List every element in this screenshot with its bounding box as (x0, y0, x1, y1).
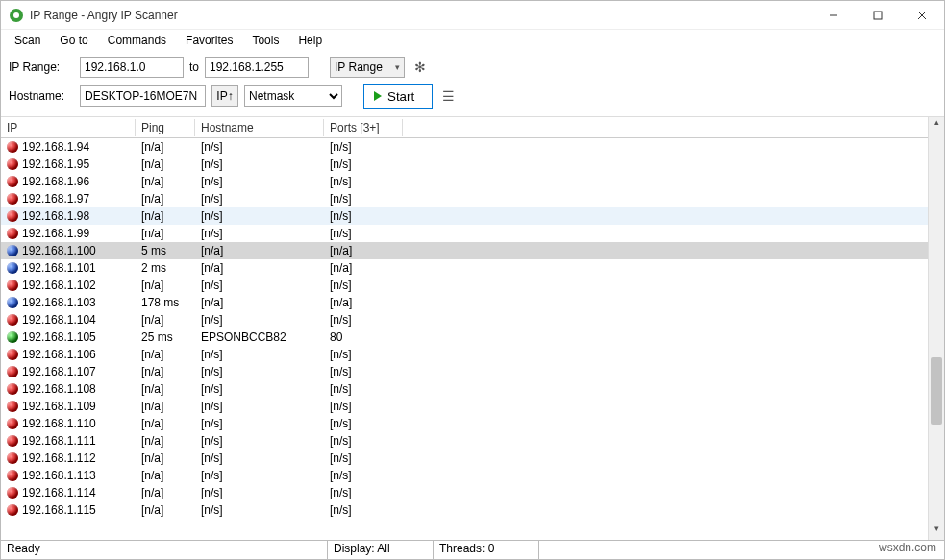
menu-goto[interactable]: Go to (52, 32, 95, 49)
status-dot-icon (7, 470, 18, 481)
maximize-button[interactable] (856, 1, 900, 30)
table-row[interactable]: 192.168.1.97[n/a][n/s][n/s] (1, 190, 928, 207)
gear-icon[interactable]: ✻ (410, 60, 430, 75)
minimize-button[interactable] (811, 1, 856, 30)
cell-hostname: [n/s] (195, 278, 324, 293)
cell-hostname: [n/s] (195, 416, 324, 431)
table-row[interactable]: 192.168.1.112[n/a][n/s][n/s] (1, 450, 928, 467)
cell-hostname: [n/s] (195, 312, 324, 328)
status-dot-icon (7, 228, 18, 239)
cell-ip: 192.168.1.102 (22, 279, 96, 292)
cell-hostname: [n/s] (195, 347, 324, 362)
table-row[interactable]: 192.168.1.106[n/a][n/s][n/s] (1, 346, 928, 363)
table-row[interactable]: 192.168.1.99[n/a][n/s][n/s] (1, 225, 928, 242)
table-row[interactable]: 192.168.1.114[n/a][n/s][n/s] (1, 484, 928, 501)
cell-ip: 192.168.1.108 (22, 382, 96, 396)
toolbar-row-1: IP Range: to IP Range▾ ✻ (9, 57, 936, 78)
netmask-select[interactable]: Netmask (244, 85, 342, 107)
scroll-up-arrow[interactable]: ▴ (929, 117, 944, 134)
table-row[interactable]: 192.168.1.108[n/a][n/s][n/s] (1, 380, 928, 398)
cell-ip: 192.168.1.113 (22, 469, 96, 482)
table-row[interactable]: 192.168.1.103178 ms[n/a][n/a] (1, 294, 928, 311)
table-row[interactable]: 192.168.1.110[n/a][n/s][n/s] (1, 415, 928, 432)
table-row[interactable]: 192.168.1.96[n/a][n/s][n/s] (1, 173, 928, 190)
to-label: to (189, 61, 199, 74)
status-dot-icon (7, 245, 18, 256)
table-row[interactable]: 192.168.1.107[n/a][n/s][n/s] (1, 363, 928, 380)
cell-ping: 2 ms (136, 260, 195, 276)
cell-hostname: [n/s] (195, 485, 324, 500)
iprange-label: IP Range: (9, 61, 74, 74)
cell-ports: [n/s] (324, 364, 403, 379)
cell-ports: [n/s] (324, 347, 403, 362)
toolbar: IP Range: to IP Range▾ ✻ Hostname: IP↑ N… (1, 51, 944, 117)
ip-up-button[interactable]: IP↑ (211, 85, 238, 107)
table-row[interactable]: 192.168.1.10525 msEPSONBCCB8280 (1, 329, 928, 346)
cell-ip: 192.168.1.99 (22, 227, 89, 240)
hostname-input[interactable] (80, 85, 206, 107)
svg-rect-3 (874, 12, 882, 19)
cell-ping: [n/a] (136, 485, 195, 500)
play-icon (374, 91, 382, 101)
ip-from-input[interactable] (80, 57, 184, 78)
status-threads: Threads: 0 (434, 541, 539, 559)
cell-hostname: [n/a] (195, 260, 324, 276)
menu-favorites[interactable]: Favorites (178, 32, 240, 49)
status-dot-icon (7, 158, 18, 170)
menu-scan[interactable]: Scan (7, 32, 48, 49)
cell-ports: [n/s] (324, 433, 403, 449)
table-row[interactable]: 192.168.1.104[n/a][n/s][n/s] (1, 311, 928, 329)
table-row[interactable]: 192.168.1.115[n/a][n/s][n/s] (1, 501, 928, 519)
app-icon (9, 8, 24, 23)
col-header-ip[interactable]: IP (1, 119, 136, 136)
menu-commands[interactable]: Commands (100, 32, 174, 49)
table-row[interactable]: 192.168.1.111[n/a][n/s][n/s] (1, 432, 928, 450)
menu-help[interactable]: Help (290, 32, 330, 49)
chevron-down-icon: ▾ (395, 62, 400, 72)
range-selector-dropdown[interactable]: IP Range▾ (330, 57, 405, 78)
cell-ping: [n/a] (136, 312, 195, 328)
ip-to-input[interactable] (205, 57, 309, 78)
cell-ports: [n/a] (324, 243, 403, 258)
cell-hostname: [n/a] (195, 243, 324, 258)
table-row[interactable]: 192.168.1.94[n/a][n/s][n/s] (1, 138, 928, 156)
cell-ports: [n/s] (324, 485, 403, 500)
hostname-label: Hostname: (9, 89, 74, 103)
close-button[interactable] (900, 1, 944, 30)
col-header-ports[interactable]: Ports [3+] (324, 119, 403, 136)
cell-ping: 178 ms (136, 295, 195, 310)
table-row[interactable]: 192.168.1.102[n/a][n/s][n/s] (1, 277, 928, 294)
status-dot-icon (7, 210, 18, 222)
scroll-down-arrow[interactable]: ▾ (929, 523, 944, 540)
cell-ports: [n/a] (324, 260, 403, 276)
cell-ping: [n/a] (136, 502, 195, 518)
cell-ping: [n/a] (136, 278, 195, 293)
table-row[interactable]: 192.168.1.113[n/a][n/s][n/s] (1, 467, 928, 484)
cell-ip: 192.168.1.112 (22, 451, 96, 465)
vertical-scrollbar[interactable]: ▴ ▾ (928, 117, 944, 540)
cell-ip: 192.168.1.114 (22, 486, 96, 499)
scrollbar-thumb[interactable] (931, 357, 942, 425)
table-row[interactable]: 192.168.1.95[n/a][n/s][n/s] (1, 156, 928, 173)
col-header-hostname[interactable]: Hostname (195, 119, 324, 136)
status-dot-icon (7, 401, 18, 412)
col-header-ping[interactable]: Ping (136, 119, 195, 136)
cell-ping: [n/a] (136, 208, 195, 224)
menu-icon[interactable]: ☰ (438, 88, 459, 104)
status-dot-icon (7, 141, 18, 153)
cell-ping: [n/a] (136, 139, 195, 155)
table-row[interactable]: 192.168.1.98[n/a][n/s][n/s] (1, 207, 928, 225)
cell-hostname: [n/s] (195, 174, 324, 189)
menu-tools[interactable]: Tools (244, 32, 286, 49)
table-row[interactable]: 192.168.1.109[n/a][n/s][n/s] (1, 398, 928, 415)
window-title: IP Range - Angry IP Scanner (30, 9, 811, 22)
cell-hostname: [n/a] (195, 295, 324, 310)
cell-ip: 192.168.1.107 (22, 365, 96, 378)
toolbar-row-2: Hostname: IP↑ Netmask Start ☰ (9, 84, 936, 109)
status-dot-icon (7, 331, 18, 343)
cell-ip: 192.168.1.97 (22, 192, 89, 206)
start-button[interactable]: Start (363, 84, 433, 109)
table-row[interactable]: 192.168.1.1005 ms[n/a][n/a] (1, 242, 928, 259)
cell-ip: 192.168.1.110 (22, 417, 96, 430)
table-row[interactable]: 192.168.1.1012 ms[n/a][n/a] (1, 259, 928, 277)
